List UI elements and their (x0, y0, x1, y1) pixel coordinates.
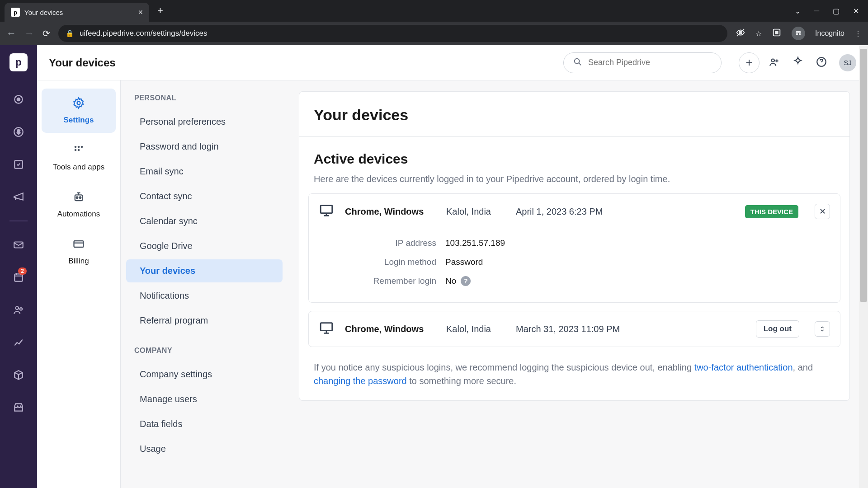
menu-google-drive[interactable]: Google Drive (126, 235, 283, 258)
menu-notifications[interactable]: Notifications (126, 284, 283, 307)
this-device-badge: THIS DEVICE (745, 205, 798, 218)
rail-contacts-icon[interactable] (9, 301, 28, 319)
svg-point-22 (81, 146, 83, 148)
robot-icon (72, 191, 85, 206)
menu-data-fields[interactable]: Data fields (126, 413, 283, 436)
window-controls: ⌄ ─ ▢ ✕ (795, 7, 868, 15)
main-panel: Your devices Active devices Here are the… (288, 80, 868, 488)
link-two-factor[interactable]: two-factor authentication (694, 362, 793, 372)
favicon: p (11, 8, 20, 17)
search-box[interactable] (563, 52, 722, 73)
menu-usage[interactable]: Usage (126, 437, 283, 460)
device-location: Kalol, India (446, 324, 505, 334)
tracking-icon[interactable] (736, 28, 745, 39)
menu-personal-preferences[interactable]: Personal preferences (126, 110, 283, 133)
app-logo[interactable]: p (9, 53, 28, 71)
menu-contact-sync[interactable]: Contact sync (126, 185, 283, 208)
svg-rect-28 (74, 241, 84, 247)
notice-text: If you notice any suspicious logins, we … (314, 362, 694, 372)
svg-point-4 (796, 33, 798, 35)
svg-point-20 (75, 146, 77, 148)
svg-point-13 (16, 306, 19, 310)
app-root: p $ 2 Your devices + (0, 45, 868, 488)
devices-card: Your devices Active devices Here are the… (299, 91, 850, 401)
detail-label: Remember login (319, 276, 445, 286)
detail-row-login-method: Login method Password (319, 253, 830, 272)
rail-leads-icon[interactable] (9, 90, 28, 108)
forward-icon[interactable]: → (24, 28, 34, 39)
menu-manage-users[interactable]: Manage users (126, 388, 283, 411)
svg-point-26 (76, 197, 78, 198)
menu-your-devices[interactable]: Your devices (126, 259, 283, 282)
tab-bar: p Your devices × + ⌄ ─ ▢ ✕ (0, 0, 868, 22)
assistant-icon[interactable] (792, 56, 804, 70)
bookmark-icon[interactable]: ☆ (755, 29, 762, 38)
rail-activities-icon[interactable]: 2 (9, 268, 28, 286)
close-window-icon[interactable]: ✕ (853, 7, 859, 15)
extensions-icon[interactable] (772, 28, 782, 39)
rail-mail-icon[interactable] (9, 236, 28, 254)
card-title: Your devices (299, 92, 849, 137)
maximize-icon[interactable]: ▢ (833, 7, 840, 15)
new-tab-button[interactable]: + (157, 5, 163, 17)
rail-deals-icon[interactable]: $ (9, 123, 28, 141)
detail-value: 103.251.57.189 (445, 238, 505, 248)
svg-point-5 (799, 33, 801, 35)
browser-menu-icon[interactable]: ⋮ (854, 29, 862, 38)
search-input[interactable] (588, 58, 712, 67)
link-change-password[interactable]: changing the password (314, 376, 407, 386)
minimize-icon[interactable]: ─ (814, 7, 819, 15)
address-bar[interactable]: 🔒 uifeed.pipedrive.com/settings/devices (58, 25, 727, 42)
back-icon[interactable]: ← (6, 28, 16, 39)
rail-marketplace-icon[interactable] (9, 399, 28, 417)
scrollbar-thumb[interactable] (860, 49, 867, 302)
reload-icon[interactable]: ⟳ (42, 28, 50, 39)
help-tooltip-icon[interactable]: ? (461, 276, 471, 286)
rail-products-icon[interactable] (9, 366, 28, 384)
help-icon[interactable] (816, 56, 827, 70)
tab-label: Settings (63, 116, 94, 125)
svg-point-23 (75, 149, 77, 151)
incognito-avatar-icon[interactable] (792, 27, 805, 40)
svg-rect-29 (321, 206, 332, 213)
lock-icon: 🔒 (66, 29, 74, 38)
rail-badge: 2 (18, 267, 27, 275)
rail-insights-icon[interactable] (9, 333, 28, 352)
detail-row-ip: IP address 103.251.57.189 (319, 234, 830, 253)
svg-rect-12 (14, 274, 22, 281)
menu-referral[interactable]: Referral program (126, 309, 283, 332)
device-entry: Chrome, Windows Kalol, India April 1, 20… (308, 193, 840, 303)
menu-company-settings[interactable]: Company settings (126, 363, 283, 386)
close-tab-icon[interactable]: × (138, 8, 143, 17)
menu-calendar-sync[interactable]: Calendar sync (126, 210, 283, 233)
device-entry: Chrome, Windows Kalol, India March 31, 2… (308, 311, 840, 347)
invite-users-icon[interactable] (769, 56, 780, 70)
section-heading-personal: PERSONAL (121, 94, 288, 110)
incognito-label: Incognito (815, 29, 844, 38)
gear-icon (72, 97, 85, 112)
rail-projects-icon[interactable] (9, 155, 28, 174)
browser-tab[interactable]: p Your devices × (5, 3, 149, 22)
svg-rect-30 (321, 323, 332, 331)
tab-settings[interactable]: Settings (42, 89, 116, 133)
settings-tabs-column: Settings Tools and apps Automations Bill… (37, 80, 121, 488)
rail-campaigns-icon[interactable] (9, 188, 28, 206)
detail-label: IP address (319, 238, 445, 248)
tab-label: Billing (68, 257, 89, 266)
user-avatar[interactable]: SJ (839, 54, 856, 71)
tab-tools-apps[interactable]: Tools and apps (42, 136, 116, 180)
menu-password-login[interactable]: Password and login (126, 135, 283, 158)
tab-automations[interactable]: Automations (42, 183, 116, 227)
detail-label: Login method (319, 257, 445, 267)
collapse-device-button[interactable]: ✕ (815, 204, 830, 219)
expand-device-button[interactable] (815, 321, 830, 337)
section-heading-company: COMPANY (121, 347, 288, 363)
tabs-dropdown-icon[interactable]: ⌄ (795, 7, 801, 15)
menu-email-sync[interactable]: Email sync (126, 160, 283, 183)
grid-icon (72, 144, 85, 159)
detail-row-remember: Remember login No ? (319, 272, 830, 291)
tab-billing[interactable]: Billing (42, 230, 116, 274)
device-name: Chrome, Windows (345, 206, 435, 217)
logout-button[interactable]: Log out (756, 320, 799, 338)
quick-add-button[interactable]: + (739, 52, 760, 73)
